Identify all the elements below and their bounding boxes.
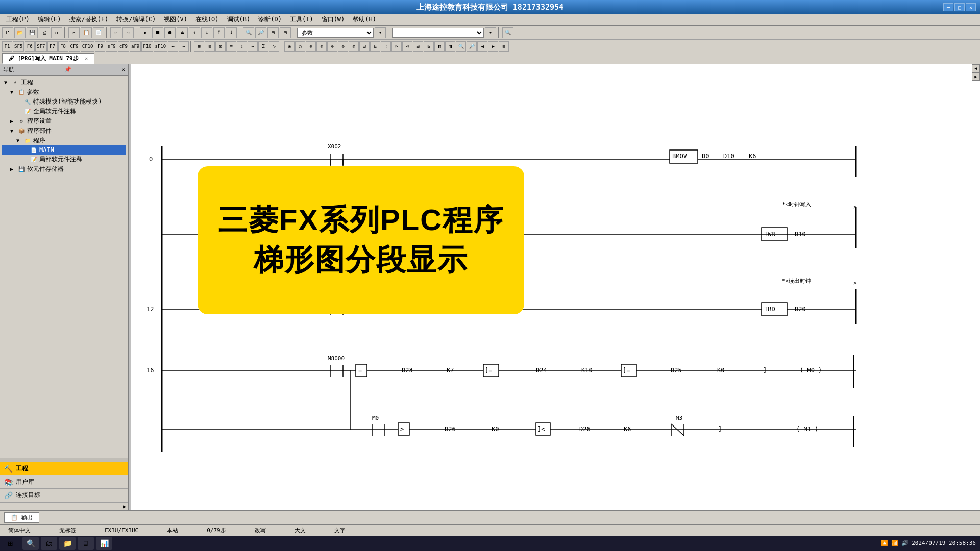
menu-online[interactable]: 在线(O) <box>191 14 223 25</box>
minimize-button[interactable]: ─ <box>943 3 953 11</box>
tb2-n22[interactable]: ⊵ <box>424 41 434 52</box>
tb-b10[interactable]: 🔎 <box>255 27 266 38</box>
tb2-sf9[interactable]: sF9 <box>106 41 117 52</box>
tree-main[interactable]: 📄 MAIN <box>2 145 126 155</box>
tb2-n2[interactable]: ⊟ <box>205 41 215 52</box>
tb2-n12[interactable]: ⊗ <box>316 41 327 52</box>
tree-root-expand[interactable]: ▼ <box>4 80 10 85</box>
menu-tools[interactable]: 工具(I) <box>286 14 317 25</box>
tb2-n29[interactable]: ⊞ <box>499 41 509 52</box>
tree-params-expand[interactable]: ▼ <box>10 89 16 95</box>
tb2-cf9b[interactable]: cF9 <box>118 41 129 52</box>
sidebar-tab-connection[interactable]: 🔗 连接目标 <box>0 489 128 502</box>
tb2-n25[interactable]: 🔍 <box>456 41 466 52</box>
sidebar-close-icon[interactable]: ✕ <box>121 66 125 73</box>
tb2-n9[interactable]: ◉ <box>284 41 295 52</box>
tb2-n28[interactable]: ▶ <box>488 41 498 52</box>
menu-search[interactable]: 搜索/替换(F) <box>65 14 112 25</box>
tb-b3[interactable]: ⏺ <box>164 27 176 38</box>
tb2-n11[interactable]: ⊕ <box>306 41 316 52</box>
tb-b1[interactable]: ▶ <box>140 27 151 38</box>
tb-dropdown2-arrow[interactable]: ▾ <box>485 27 496 38</box>
tb2-n20[interactable]: ⊲ <box>402 41 412 52</box>
taskbar-explorer[interactable]: 🗂 <box>41 537 57 550</box>
tb2-f7[interactable]: F7 <box>47 41 58 52</box>
main-tab[interactable]: 🖊 [PRG]写入 MAIN 79步 ✕ <box>2 53 94 64</box>
tb2-cf9[interactable]: CF9 <box>69 41 80 52</box>
tb-dropdown-2[interactable] <box>392 28 484 38</box>
tb2-f10[interactable]: F10 <box>141 41 153 52</box>
tb-b5[interactable]: ↑ <box>189 27 200 38</box>
tb2-sf10[interactable]: sF10 <box>154 41 168 52</box>
tb2-n19[interactable]: ⊳ <box>391 41 402 52</box>
menu-window[interactable]: 窗口(W) <box>317 14 349 25</box>
tb-dropdown-1[interactable]: 参数 <box>297 28 374 38</box>
tb-paste[interactable]: 📄 <box>93 27 104 38</box>
menu-help[interactable]: 帮助(H) <box>349 14 380 25</box>
tb-save[interactable]: 💾 <box>27 27 38 38</box>
tb2-n7[interactable]: Σ <box>258 41 268 52</box>
taskbar-monitor[interactable]: 🖥 <box>78 537 94 550</box>
tb2-n18[interactable]: ≀ <box>381 41 391 52</box>
tab-close-icon[interactable]: ✕ <box>85 56 88 61</box>
scroll-left-icon[interactable]: ◀ <box>972 64 980 72</box>
tree-progparts-expand[interactable]: ▼ <box>10 128 16 134</box>
tb-copy[interactable]: 📋 <box>81 27 92 38</box>
sidebar-tab-userlib[interactable]: 📚 用户库 <box>0 475 128 489</box>
tb-cut[interactable]: ✂ <box>68 27 80 38</box>
tb2-f1[interactable]: F1 <box>2 41 12 52</box>
tree-prog-settings[interactable]: ▶ ⚙ 程序设置 <box>2 116 126 126</box>
tb2-f6[interactable]: F6 <box>24 41 35 52</box>
sidebar-pin-icon[interactable]: 📌 <box>64 66 71 73</box>
tb2-n6[interactable]: ↔ <box>248 41 258 52</box>
tree-local-comment[interactable]: 📝 局部软元件注释 <box>2 155 126 164</box>
tree-special-module[interactable]: 🔧 特殊模块(智能功能模块) <box>2 97 126 107</box>
tb2-n21[interactable]: ⊴ <box>413 41 423 52</box>
tb-undo[interactable]: ↩ <box>110 27 121 38</box>
taskbar-clock[interactable]: 2024/07/19 20:58:36 <box>912 540 976 547</box>
tb-redo[interactable]: ↪ <box>122 27 134 38</box>
tree-params[interactable]: ▼ 📋 参数 <box>2 87 126 97</box>
tb2-aF9[interactable]: aF9 <box>130 41 141 52</box>
tree-prog-parts[interactable]: ▼ 📦 程序部件 <box>2 126 126 136</box>
tb-new[interactable]: 🗋 <box>2 27 13 38</box>
taskbar-spreadsheet[interactable]: 📊 <box>96 537 112 550</box>
tb-dropdown-arrow[interactable]: ▾ <box>375 27 386 38</box>
tb2-n1[interactable]: ⊞ <box>194 41 204 52</box>
tree-prog-expand[interactable]: ▼ <box>16 138 22 143</box>
tb-print[interactable]: 🖨 <box>39 27 50 38</box>
tb-b8[interactable]: ⤓ <box>226 27 237 38</box>
tb2-n24[interactable]: ◨ <box>445 41 455 52</box>
menu-project[interactable]: 工程(P) <box>2 14 34 25</box>
tb-open[interactable]: 📂 <box>14 27 26 38</box>
menu-view[interactable]: 视图(V) <box>160 14 191 25</box>
tb-refresh[interactable]: ↺ <box>51 27 62 38</box>
tb2-n3[interactable]: ⊠ <box>215 41 226 52</box>
tb2-n15[interactable]: ⌀ <box>349 41 359 52</box>
output-tab[interactable]: 📋 输出 <box>4 512 39 523</box>
tb2-n4[interactable]: ≡ <box>226 41 236 52</box>
sidebar-expand-arrow[interactable]: ▶ <box>123 504 126 509</box>
tb2-n16[interactable]: ⊒ <box>359 41 370 52</box>
close-button[interactable]: ✕ <box>966 3 976 11</box>
tb-b12[interactable]: ⊟ <box>280 27 291 38</box>
tb2-n8[interactable]: ∿ <box>269 41 279 52</box>
diagram-area[interactable]: ◀ ▶ <box>131 64 980 510</box>
tb-b6[interactable]: ↓ <box>201 27 212 38</box>
tb2-f3s[interactable]: ← <box>168 41 178 52</box>
tree-program[interactable]: ▼ 📁 程序 <box>2 136 126 145</box>
menu-debug[interactable]: 调试(B) <box>223 14 255 25</box>
tree-root[interactable]: ▼ ⚡ 工程 <box>2 78 126 87</box>
tb-b2[interactable]: ⏹ <box>152 27 163 38</box>
taskbar-search[interactable]: 🔍 <box>22 537 39 550</box>
tree-storage-expand[interactable]: ▶ <box>10 166 16 172</box>
tb2-n13[interactable]: ⊖ <box>327 41 337 52</box>
tb-b11[interactable]: ⊞ <box>267 27 279 38</box>
start-button[interactable]: ⊞ <box>0 536 20 551</box>
tb2-n5[interactable]: ↕ <box>237 41 247 52</box>
tb2-sf5[interactable]: SF5 <box>13 41 24 52</box>
menu-convert[interactable]: 转换/编译(C) <box>112 14 160 25</box>
maximize-button[interactable]: □ <box>954 3 965 11</box>
tb-zoom[interactable]: 🔍 <box>502 27 513 38</box>
tb2-f8[interactable]: F8 <box>58 41 68 52</box>
